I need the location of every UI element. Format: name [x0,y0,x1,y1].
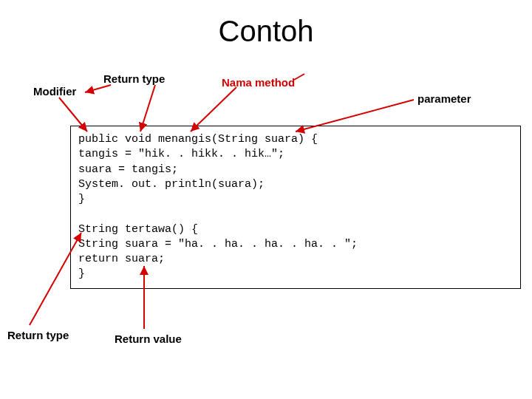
label-parameter: parameter [417,92,471,105]
page-title: Contoh [0,15,532,48]
svg-line-1 [85,85,111,92]
code-block: public void menangis(String suara) { tan… [70,126,521,289]
svg-line-3 [191,87,236,132]
svg-line-2 [140,85,155,132]
label-return-type-bottom: Return type [7,329,69,341]
label-return-value: Return value [115,332,182,345]
label-nama-method: Nama method [222,76,295,89]
svg-line-4 [294,74,304,80]
label-return-type-top: Return type [103,72,165,85]
label-modifier: Modifier [33,85,76,98]
